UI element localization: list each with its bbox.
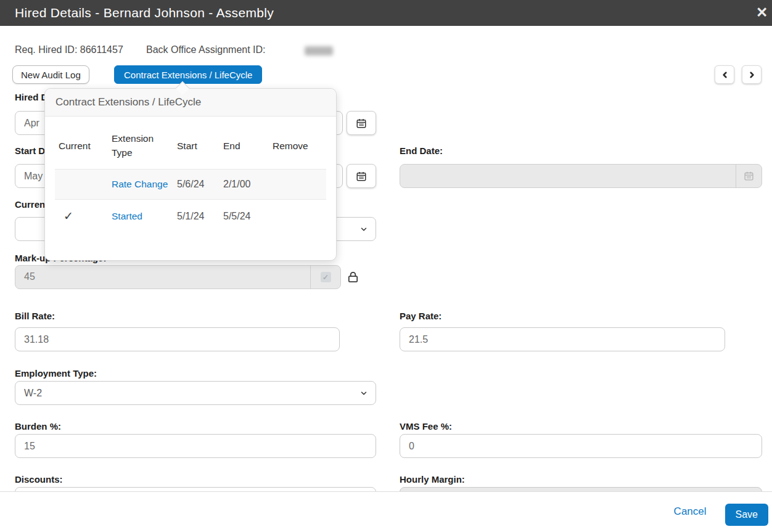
hired-details-modal: Hired Details - Bernard Johnson - Assemb…	[0, 0, 772, 532]
chevron-right-icon	[747, 70, 757, 80]
cancel-button[interactable]: Cancel	[674, 505, 707, 518]
markup-locked-checkbox: ✓	[321, 272, 331, 282]
chevron-down-icon	[359, 225, 368, 234]
extensions-table: Current Extension Type Start End Remove …	[55, 123, 326, 233]
col-current: Current	[55, 123, 108, 169]
hourly-margin-input	[400, 487, 762, 491]
previous-record-button[interactable]	[715, 65, 734, 84]
extension-start: 5/6/24	[173, 169, 220, 200]
pay-rate-input[interactable]	[400, 327, 725, 351]
burden-input[interactable]	[15, 434, 376, 458]
extension-row: ✓ Started 5/1/24 5/5/24	[55, 200, 326, 233]
extensions-table-header: Current Extension Type Start End Remove	[55, 123, 326, 169]
hired-date-calendar-button[interactable]	[347, 111, 376, 135]
markup-percentage-value: 45	[24, 271, 35, 282]
contract-extensions-popover: Contract Extensions / LifeCycle Current …	[44, 88, 337, 261]
extension-end: 5/5/24	[220, 200, 269, 233]
end-date-input	[400, 164, 762, 188]
redacted-assignment-id	[305, 46, 333, 55]
hourly-margin-label: Hourly Margin:	[400, 474, 465, 485]
chevron-left-icon	[720, 70, 729, 80]
bill-rate-label: Bill Rate:	[15, 311, 55, 321]
vms-fee-label: VMS Fee %:	[400, 421, 452, 432]
calendar-icon	[356, 171, 367, 182]
col-extension-type: Extension Type	[108, 123, 173, 169]
save-button[interactable]: Save	[725, 504, 768, 526]
extension-type-link[interactable]: Started	[112, 211, 142, 221]
calendar-icon	[356, 118, 367, 129]
col-remove: Remove	[269, 123, 326, 169]
extension-end: 2/1/00	[220, 169, 269, 200]
current-check-icon: ✓	[64, 210, 73, 223]
start-date-calendar-button[interactable]	[347, 164, 376, 188]
back-office-assignment-label: Back Office Assignment ID:	[146, 44, 266, 55]
contract-extensions-button[interactable]: Contract Extensions / LifeCycle	[114, 65, 262, 84]
extension-remove	[269, 200, 326, 233]
col-start: Start	[173, 123, 220, 169]
burden-label: Burden %:	[15, 421, 61, 432]
calendar-icon	[744, 171, 754, 181]
lock-icon	[346, 270, 360, 284]
modal-body: Req. Hired ID: 86611457 Back Office Assi…	[0, 26, 772, 491]
end-date-calendar-button	[736, 165, 762, 187]
req-hired-id: Req. Hired ID: 86611457	[15, 44, 123, 55]
modal-title: Hired Details - Bernard Johnson - Assemb…	[15, 6, 274, 20]
next-record-button[interactable]	[742, 65, 762, 84]
employment-type-select[interactable]: W-2	[15, 381, 376, 405]
chevron-down-icon	[359, 389, 368, 398]
vms-fee-input[interactable]	[400, 434, 762, 458]
discounts-input[interactable]	[15, 487, 376, 491]
bill-rate-input[interactable]	[15, 327, 340, 351]
extension-start: 5/1/24	[173, 200, 220, 233]
modal-footer: Cancel Save	[0, 491, 772, 532]
employment-type-value: W-2	[24, 388, 42, 399]
markup-percentage-input: 45 ✓	[15, 265, 341, 289]
extension-row: Rate Change 5/6/24 2/1/00	[55, 169, 326, 200]
markup-checkbox-segment: ✓	[310, 266, 340, 289]
pay-rate-label: Pay Rate:	[400, 311, 441, 321]
new-audit-log-button[interactable]: New Audit Log	[12, 65, 89, 84]
modal-header: Hired Details - Bernard Johnson - Assemb…	[0, 0, 772, 26]
employment-type-label: Employment Type:	[15, 368, 97, 379]
extension-type-link[interactable]: Rate Change	[112, 179, 168, 189]
col-end: End	[220, 123, 269, 169]
popover-title: Contract Extensions / LifeCycle	[45, 89, 336, 117]
end-date-label: End Date:	[400, 145, 443, 156]
close-icon[interactable]: ✕	[756, 3, 772, 22]
extension-remove	[269, 169, 326, 200]
discounts-label: Discounts:	[15, 474, 63, 485]
current-label: Current	[15, 199, 48, 210]
